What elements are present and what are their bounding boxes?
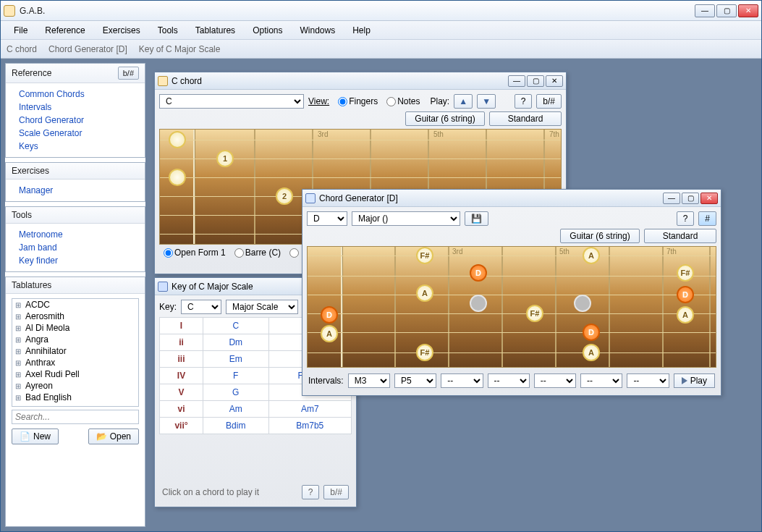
tree-item[interactable]: ACDC: [12, 299, 138, 311]
ex-manager[interactable]: Manager: [12, 184, 139, 197]
cchord-max[interactable]: ▢: [527, 75, 544, 87]
ref-keys[interactable]: Keys: [12, 140, 139, 153]
minimize-button[interactable]: —: [695, 4, 715, 17]
tree-item[interactable]: Anthrax: [12, 357, 138, 368]
chord-cell[interactable]: Am: [203, 401, 269, 418]
tab-cchord[interactable]: C chord: [7, 44, 37, 54]
interval-5[interactable]: --: [534, 373, 576, 388]
fret-note: D: [583, 324, 600, 341]
reference-sharp-button[interactable]: b/#: [118, 67, 139, 80]
form-extra[interactable]: [285, 248, 300, 258]
key-sharp[interactable]: b/#: [323, 485, 349, 499]
degree-cell: vi: [160, 401, 203, 418]
play-down[interactable]: ▼: [477, 94, 496, 109]
tree-item[interactable]: Annihilator: [12, 345, 138, 357]
menu-help[interactable]: Help: [345, 23, 378, 38]
form-open[interactable]: Open Form 1: [159, 248, 226, 258]
chord-cell[interactable]: Dm: [203, 334, 269, 351]
tree-item[interactable]: Axel Rudi Pell: [12, 368, 138, 380]
ref-common-chords[interactable]: Common Chords: [12, 88, 139, 101]
play-up[interactable]: ▲: [454, 94, 473, 109]
tablature-search[interactable]: [12, 410, 139, 424]
view-fingers[interactable]: Fingers: [334, 96, 378, 106]
menu-options[interactable]: Options: [245, 23, 289, 38]
tree-item[interactable]: Al Di Meola: [12, 322, 138, 334]
gen-instrument[interactable]: Guitar (6 string): [560, 229, 640, 243]
interval-2[interactable]: P5: [394, 373, 436, 388]
ref-intervals[interactable]: Intervals: [12, 101, 139, 114]
new-tab-button[interactable]: 📄New: [12, 428, 59, 444]
menu-reference[interactable]: Reference: [38, 23, 92, 38]
gen-type-select[interactable]: Major (): [352, 211, 460, 226]
mdi-area: C chord — ▢ ✕ C View: Fingers Notes Play…: [148, 59, 761, 531]
tab-chordgen[interactable]: Chord Generator [D]: [48, 44, 127, 54]
gen-tuning[interactable]: Standard: [644, 229, 716, 243]
key-select[interactable]: C: [181, 300, 221, 314]
chord-cell[interactable]: Am7: [268, 401, 352, 418]
chord-cell[interactable]: Em: [203, 351, 269, 368]
menu-tablatures[interactable]: Tablatures: [188, 23, 242, 38]
close-button[interactable]: ✕: [738, 4, 758, 17]
play-icon: [682, 377, 687, 384]
menubar: File Reference Exercises Tools Tablature…: [1, 21, 761, 40]
gen-help[interactable]: ?: [677, 211, 695, 226]
menu-file[interactable]: File: [7, 23, 35, 38]
cchord-tuning[interactable]: Standard: [489, 111, 562, 126]
tool-metronome[interactable]: Metronome: [12, 228, 139, 241]
chord-cell[interactable]: C: [203, 318, 269, 334]
chord-cell[interactable]: F: [203, 368, 269, 384]
interval-1[interactable]: M3: [348, 373, 390, 388]
cchord-root-select[interactable]: C: [159, 94, 304, 109]
fret-note: A: [677, 306, 694, 324]
tab-key[interactable]: Key of C Major Scale: [139, 44, 221, 54]
fret-note: [470, 295, 487, 312]
folder-icon: 📂: [96, 431, 107, 442]
open-tab-button[interactable]: 📂Open: [88, 428, 139, 444]
interval-6[interactable]: --: [580, 373, 622, 388]
chord-cell[interactable]: G: [203, 384, 269, 401]
interval-3[interactable]: --: [441, 373, 483, 388]
panel-tablatures: Tablatures ACDC Aerosmith Al Di Meola An…: [5, 276, 145, 527]
tool-jam-band[interactable]: Jam band: [12, 241, 139, 254]
fret-note: F#: [416, 344, 433, 361]
scale-select[interactable]: Major Scale: [226, 300, 298, 314]
tree-item[interactable]: Bad English: [12, 392, 138, 403]
save-button[interactable]: 💾: [465, 211, 488, 226]
menu-tools[interactable]: Tools: [151, 23, 185, 38]
gen-max[interactable]: ▢: [682, 193, 699, 204]
fret-note: D: [470, 264, 487, 282]
form-barre[interactable]: Barre (C): [230, 248, 281, 258]
maximize-button[interactable]: ▢: [716, 4, 737, 17]
tablature-tree[interactable]: ACDC Aerosmith Al Di Meola Angra Annihil…: [12, 298, 139, 407]
panel-tools: Tools Metronome Jam band Key finder: [5, 206, 145, 272]
panel-exercises: Exercises Manager: [5, 162, 145, 202]
cchord-min[interactable]: —: [508, 75, 525, 87]
key-help[interactable]: ?: [302, 485, 320, 499]
interval-7[interactable]: --: [627, 373, 669, 388]
fret-note: F#: [526, 305, 543, 322]
chord-cell[interactable]: Bm7b5: [268, 418, 352, 434]
ref-scale-generator[interactable]: Scale Generator: [12, 127, 139, 140]
cchord-sharp[interactable]: b/#: [536, 94, 562, 109]
menu-windows[interactable]: Windows: [292, 23, 342, 38]
tool-key-finder[interactable]: Key finder: [12, 254, 139, 267]
menu-exercises[interactable]: Exercises: [96, 23, 148, 38]
panel-tools-title: Tools: [12, 210, 32, 220]
chord-cell[interactable]: Bdim: [203, 418, 269, 434]
degree-cell: ii: [160, 334, 203, 351]
tree-item[interactable]: Aerosmith: [12, 311, 138, 322]
ref-chord-generator[interactable]: Chord Generator: [12, 114, 139, 127]
play-button[interactable]: Play: [674, 373, 715, 388]
tree-item[interactable]: Ayreon: [12, 380, 138, 392]
gen-close[interactable]: ✕: [700, 193, 718, 204]
open-string: [169, 131, 186, 148]
gen-root-select[interactable]: D: [307, 211, 347, 226]
cchord-instrument[interactable]: Guitar (6 string): [405, 111, 485, 126]
tree-item[interactable]: Angra: [12, 334, 138, 345]
gen-min[interactable]: —: [663, 193, 680, 204]
interval-4[interactable]: --: [488, 373, 530, 388]
cchord-close[interactable]: ✕: [546, 75, 563, 87]
cchord-help[interactable]: ?: [515, 94, 533, 109]
gen-sharp[interactable]: #: [698, 211, 716, 226]
view-notes[interactable]: Notes: [382, 96, 420, 106]
